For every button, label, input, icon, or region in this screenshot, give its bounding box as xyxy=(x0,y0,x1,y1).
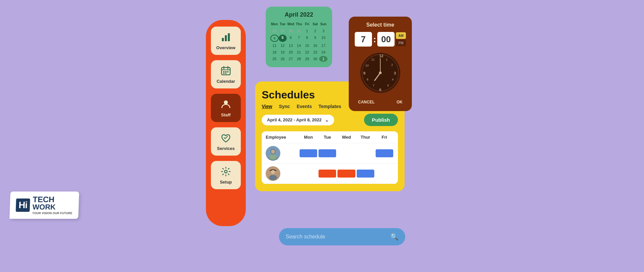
cal-cell-21[interactable]: 21 xyxy=(295,49,303,55)
cal-cell-19[interactable]: 19 xyxy=(279,49,287,55)
col-tue: Tue xyxy=(318,135,337,140)
cal-cell-14[interactable]: 14 xyxy=(295,43,303,49)
chevron-down-icon: ⌄ xyxy=(325,117,329,123)
emp2-tue-bar xyxy=(319,170,336,178)
schedule-nav-events[interactable]: Events xyxy=(297,104,312,109)
sidebar-item-calendar-label: Calendar xyxy=(217,79,235,84)
pm-button[interactable]: PM xyxy=(396,40,406,46)
logo: Hi TECH WORK YOUR VISION OUR FUTURE xyxy=(10,192,79,219)
publish-button[interactable]: Publish xyxy=(364,114,398,126)
cal-cell-4[interactable]: 4 xyxy=(270,35,279,42)
schedule-table: Employee Mon Tue Wed Thur Fri xyxy=(262,131,398,184)
employee-1-avatar xyxy=(266,146,280,161)
cal-cell-17[interactable]: 17 xyxy=(319,43,327,49)
svg-point-34 xyxy=(271,150,275,154)
schedule-nav-view[interactable]: View xyxy=(262,104,272,109)
svg-rect-9 xyxy=(227,71,229,72)
cal-cell-11[interactable]: 11 xyxy=(270,43,279,49)
logo-work: WORK xyxy=(32,204,72,211)
cal-cell-2[interactable]: 2 xyxy=(311,28,320,34)
svg-rect-0 xyxy=(222,38,224,41)
sidebar-item-services-label: Services xyxy=(217,146,235,151)
ok-button[interactable]: OK xyxy=(394,98,405,106)
cal-row-1: 28 29 30 31 1 2 3 xyxy=(270,28,327,34)
cal-day-thu: Thu xyxy=(295,22,303,27)
schedule-nav-templates[interactable]: Templates xyxy=(319,104,341,109)
cancel-button[interactable]: CANCEL xyxy=(355,98,377,106)
svg-text:7: 7 xyxy=(373,84,374,87)
cal-cell-29b[interactable]: 29 xyxy=(303,56,311,62)
col-mon: Mon xyxy=(299,135,318,140)
cal-cell-28b[interactable]: 28 xyxy=(295,56,303,62)
sidebar-item-setup[interactable]: Setup xyxy=(211,161,241,189)
cal-cell-30b[interactable]: 30 xyxy=(311,56,320,62)
cal-cell-18[interactable]: 18 xyxy=(270,49,279,55)
emp1-fri-bar xyxy=(376,149,393,157)
cal-cell-1b[interactable]: 1 xyxy=(319,56,327,62)
cal-cell-1[interactable]: 1 xyxy=(303,28,311,34)
svg-text:2: 2 xyxy=(391,63,393,67)
cal-cell-12[interactable]: 12 xyxy=(279,43,287,49)
cal-cell-5[interactable]: 5 xyxy=(279,35,287,42)
logo-hi: Hi xyxy=(16,199,30,212)
sidebar-item-setup-label: Setup xyxy=(220,180,232,185)
cal-cell-24[interactable]: 24 xyxy=(319,49,327,55)
search-bar[interactable]: 🔍 xyxy=(279,228,405,245)
cal-cell-26[interactable]: 26 xyxy=(279,56,287,62)
cal-cell-9[interactable]: 9 xyxy=(311,35,320,42)
cal-cell-25[interactable]: 25 xyxy=(270,56,279,62)
svg-point-13 xyxy=(225,170,227,173)
svg-text:6: 6 xyxy=(379,88,381,92)
cal-day-sun: Sun xyxy=(319,22,327,27)
date-range-text: April 4, 2022 - April 8, 2022 xyxy=(267,117,322,122)
svg-text:4: 4 xyxy=(392,78,394,81)
calendar-icon xyxy=(220,65,232,77)
cal-cell-7[interactable]: 7 xyxy=(295,35,303,42)
sidebar-item-services[interactable]: Services xyxy=(211,127,241,156)
emp1-tue-bars xyxy=(318,149,337,158)
sidebar: Overview Calendar Staff xyxy=(206,20,246,226)
cal-cell-8[interactable]: 8 xyxy=(303,35,311,42)
cal-cell-27[interactable]: 27 xyxy=(287,56,295,62)
svg-point-35 xyxy=(269,155,277,160)
table-row-1 xyxy=(262,143,398,164)
cal-cell-10[interactable]: 10 xyxy=(319,35,327,42)
cal-cell-13[interactable]: 13 xyxy=(287,43,295,49)
svg-rect-10 xyxy=(223,73,225,74)
cal-cell-31a[interactable]: 31 xyxy=(295,28,303,34)
ampm-container: AM PM xyxy=(396,32,406,46)
svg-point-12 xyxy=(224,100,228,104)
svg-text:5: 5 xyxy=(387,84,389,87)
cal-cell-28a[interactable]: 28 xyxy=(270,28,279,34)
sidebar-item-staff[interactable]: Staff xyxy=(211,94,241,122)
cal-cell-3[interactable]: 3 xyxy=(319,28,327,34)
cal-cell-6[interactable]: 6 xyxy=(287,35,295,42)
time-selector-title: Select time xyxy=(354,22,407,28)
date-range-selector[interactable]: April 4, 2022 - April 8, 2022 ⌄ xyxy=(262,115,334,125)
cal-cell-16[interactable]: 16 xyxy=(311,43,320,49)
time-selector: Select time 7 : 00 AM PM 12 3 6 9 1 2 4 … xyxy=(349,17,412,111)
cal-day-sat: Sat xyxy=(311,22,320,27)
emp1-tue-bar xyxy=(319,149,336,157)
cal-cell-23[interactable]: 23 xyxy=(311,49,320,55)
cal-cell-22[interactable]: 22 xyxy=(303,49,311,55)
cal-cell-29a[interactable]: 29 xyxy=(279,28,287,34)
svg-point-38 xyxy=(269,175,277,180)
svg-text:8: 8 xyxy=(367,78,368,81)
schedule-controls: April 4, 2022 - April 8, 2022 ⌄ Publish xyxy=(262,114,398,126)
sidebar-item-calendar[interactable]: Calendar xyxy=(211,60,241,88)
svg-text:3: 3 xyxy=(394,71,396,75)
col-fri: Fri xyxy=(375,135,394,140)
cal-cell-20[interactable]: 20 xyxy=(287,49,295,55)
col-thur: Thur xyxy=(356,135,375,140)
svg-text:10: 10 xyxy=(365,64,369,67)
svg-rect-1 xyxy=(225,35,227,41)
sidebar-item-overview[interactable]: Overview xyxy=(211,27,241,55)
cal-day-mon: Mon xyxy=(270,22,279,27)
cal-cell-30a[interactable]: 30 xyxy=(287,28,295,34)
search-input[interactable] xyxy=(286,234,387,240)
svg-text:1: 1 xyxy=(386,58,388,61)
schedule-nav-sync[interactable]: Sync xyxy=(279,104,290,109)
cal-cell-15[interactable]: 15 xyxy=(303,43,311,49)
am-button[interactable]: AM xyxy=(396,32,406,39)
